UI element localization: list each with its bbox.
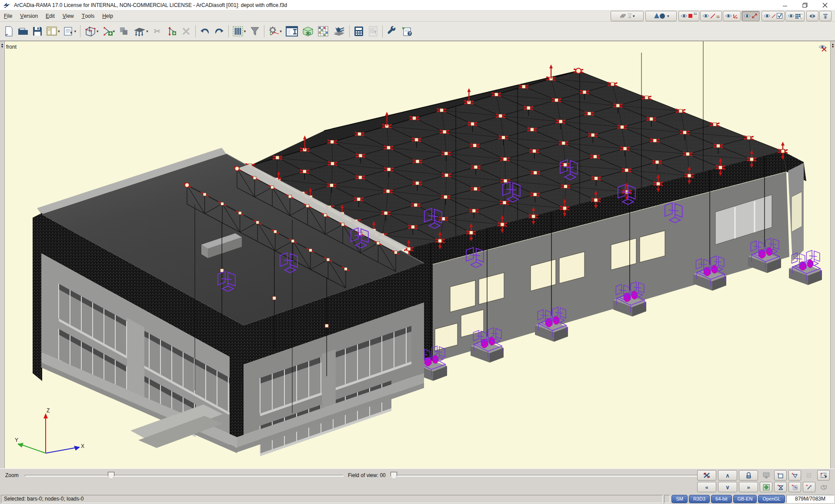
page-setup-button[interactable]: ▾ xyxy=(45,23,62,39)
divide-bar-button[interactable] xyxy=(165,23,179,39)
pan-down-button[interactable]: ∨ xyxy=(718,482,737,492)
gear-settings-button[interactable]: ▾ xyxy=(267,23,284,39)
measure-button[interactable]: + xyxy=(803,482,815,492)
section-properties-button[interactable] xyxy=(284,23,300,39)
add-bar-button[interactable]: ▾ xyxy=(101,23,117,39)
pan-right-button[interactable]: » xyxy=(739,482,758,492)
status-badge-r3d3: R3D3 xyxy=(689,495,710,503)
zoom-window-button[interactable]: + xyxy=(817,470,830,481)
three-d-label: 3D xyxy=(306,31,311,36)
show-loads-button[interactable] xyxy=(741,11,760,21)
menu-tools[interactable]: Tools xyxy=(78,10,98,21)
divide-bar-icon xyxy=(167,26,177,36)
menu-bar: File Version Edit View Tools Help ▾ ▾ 11… xyxy=(0,10,835,22)
export-doc-icon xyxy=(64,27,74,36)
options-wrench-button[interactable] xyxy=(385,23,399,39)
orbit-button[interactable] xyxy=(817,482,830,492)
cube-3d-icon: 3D xyxy=(302,26,314,36)
view-name-label: front xyxy=(6,44,17,50)
redo-button[interactable] xyxy=(212,23,226,39)
show-bars-checkbox-button[interactable] xyxy=(762,11,785,21)
fov-slider-thumb[interactable] xyxy=(391,472,397,479)
lock-view-button[interactable] xyxy=(739,470,758,481)
cut-button[interactable]: ✂ xyxy=(150,23,164,39)
right-splitter[interactable]: ▲▼ xyxy=(830,41,835,468)
measure-pen-icon: + xyxy=(806,484,812,490)
show-grid-button[interactable] xyxy=(785,11,805,21)
load-to-slab-icon xyxy=(332,26,345,36)
center-view-button[interactable] xyxy=(760,482,772,492)
new-file-button[interactable] xyxy=(2,23,16,39)
status-badge-opengl: OpenGL xyxy=(758,495,785,503)
select-window-button[interactable]: + xyxy=(774,470,787,481)
shading-mode-dropdown[interactable]: ▾ xyxy=(645,11,677,21)
menu-file[interactable]: File xyxy=(0,10,16,21)
chevron-down-icon: ▾ xyxy=(633,14,635,18)
chevron-down-icon: ▾ xyxy=(280,29,282,33)
zoom-slider-track[interactable] xyxy=(25,475,344,477)
save-floppy-icon xyxy=(33,27,42,36)
chevron-up-icon: ∧ xyxy=(725,472,730,479)
menu-edit[interactable]: Edit xyxy=(42,10,59,21)
select-region-button[interactable]: + xyxy=(788,482,801,492)
grid-table-button[interactable] xyxy=(316,23,330,39)
select-polygon-button[interactable]: + xyxy=(788,470,801,481)
bottom-panel: Zoom Field of view: 00 ∧ + + + « ∨ » + +… xyxy=(0,468,835,494)
filter-button[interactable] xyxy=(248,23,262,39)
filter-funnel-icon xyxy=(250,27,260,36)
close-button[interactable] xyxy=(815,0,835,10)
select-hourglass-button[interactable]: + xyxy=(774,482,787,492)
toolbar-separator xyxy=(382,25,383,37)
calculator-button[interactable] xyxy=(352,23,366,39)
render-mode-dropdown[interactable]: ▾ xyxy=(611,11,644,21)
viewport-3d-scene[interactable]: ZXY xyxy=(0,41,835,469)
gear-frame-icon xyxy=(268,26,280,36)
left-splitter[interactable]: ▲▼ xyxy=(0,41,5,468)
question-mark-label: ? xyxy=(408,31,411,36)
results-report-button[interactable] xyxy=(366,23,380,39)
show-supports-button[interactable] xyxy=(723,11,741,21)
copy-elements-button[interactable] xyxy=(117,23,131,39)
minimize-button[interactable] xyxy=(775,0,795,10)
viewport-3d[interactable]: ZXY front ▲▼ ▲▼ xyxy=(0,41,835,468)
show-bar-numbers-button[interactable]: 11 xyxy=(700,11,722,21)
eye-icon xyxy=(702,13,709,18)
pan-left-button[interactable]: « xyxy=(697,482,716,492)
section-display-button[interactable]: ▾ xyxy=(231,23,248,39)
help-doc-icon: ? xyxy=(401,26,413,36)
mirror-view-button[interactable] xyxy=(806,11,818,21)
menu-help[interactable]: Help xyxy=(98,10,117,21)
help-button[interactable]: ? xyxy=(399,23,415,39)
save-file-button[interactable] xyxy=(30,23,44,39)
eye-icon xyxy=(681,13,688,18)
chevron-down-icon: ▾ xyxy=(58,29,60,33)
hatch-icon xyxy=(620,13,627,19)
zoom-slider-thumb[interactable] xyxy=(108,472,114,479)
mirror-icon xyxy=(809,13,816,19)
lock-icon xyxy=(746,472,752,479)
delete-button[interactable] xyxy=(179,23,193,39)
zoom-rect-icon: + xyxy=(820,472,827,478)
pan-up-button[interactable]: ∧ xyxy=(718,470,737,481)
show-node-numbers-button[interactable]: 11 xyxy=(678,11,699,21)
cancel-view-button[interactable] xyxy=(697,470,716,481)
new-file-icon xyxy=(4,26,13,36)
fov-slider-track[interactable] xyxy=(394,475,711,477)
export-document-button[interactable]: ▾ xyxy=(62,23,78,39)
load-to-slab-button[interactable] xyxy=(331,23,347,39)
frame-generator-button[interactable]: ▾ xyxy=(83,23,100,39)
grid-dots-icon xyxy=(795,13,802,19)
open-file-button[interactable] xyxy=(16,23,30,39)
hide-view-button[interactable] xyxy=(818,44,828,53)
chevron-left-icon: « xyxy=(705,484,708,491)
slab-loads-button[interactable]: ▾ xyxy=(131,23,150,39)
collapse-panel-button[interactable] xyxy=(819,11,832,21)
menu-view[interactable]: View xyxy=(59,10,78,21)
select-all-grid-button[interactable] xyxy=(803,470,815,481)
undo-button[interactable] xyxy=(198,23,212,39)
toolbar-separator xyxy=(80,25,80,37)
menu-version[interactable]: Version xyxy=(16,10,42,21)
screen-mode-button[interactable] xyxy=(760,470,772,481)
view-3d-button[interactable]: 3D xyxy=(300,23,316,39)
restore-button[interactable] xyxy=(795,0,815,10)
